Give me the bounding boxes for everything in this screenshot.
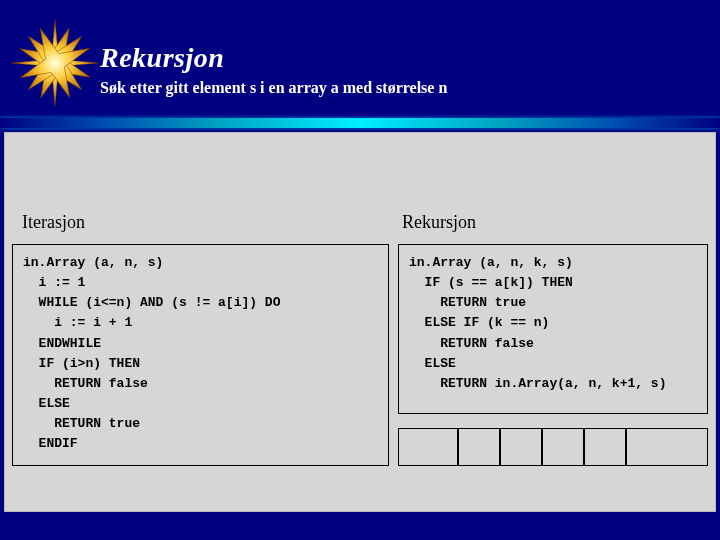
array-cell <box>500 428 542 466</box>
content-panel: Iterasjon Rekursjon in.Array (a, n, s) i… <box>4 132 716 512</box>
array-cell <box>584 428 626 466</box>
array-cell <box>626 428 708 466</box>
label-recursion: Rekursjon <box>402 212 476 233</box>
code-block-iteration: in.Array (a, n, s) i := 1 WHILE (i<=n) A… <box>12 244 389 466</box>
label-iteration: Iterasjon <box>22 212 85 233</box>
slide: Rekursjon Søk etter gitt element s i en … <box>0 0 720 540</box>
page-title: Rekursjon <box>100 42 224 74</box>
array-cells <box>398 428 708 466</box>
divider-line <box>0 118 720 128</box>
array-cell <box>458 428 500 466</box>
array-cell <box>398 428 458 466</box>
page-subtitle: Søk etter gitt element s i en array a me… <box>100 78 447 99</box>
array-cell <box>542 428 584 466</box>
star-icon <box>10 18 100 108</box>
code-block-recursion: in.Array (a, n, k, s) IF (s == a[k]) THE… <box>398 244 708 414</box>
